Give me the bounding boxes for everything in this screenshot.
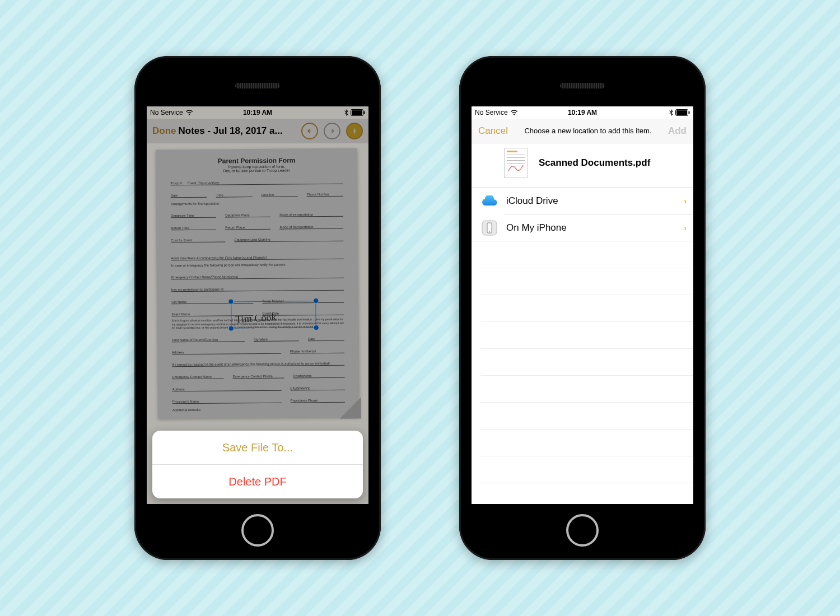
file-picker-nav: Cancel Choose a new location to add this… — [472, 119, 693, 143]
form-subtitle-2: Return bottom portion to Troop Leader — [170, 168, 343, 174]
action-sheet: Save File To... Delete PDF — [152, 431, 363, 498]
filename-label: Scanned Documents.pdf — [539, 157, 650, 169]
battery-icon — [675, 109, 690, 116]
page-fold-corner — [340, 397, 361, 418]
list-row-empty — [480, 268, 693, 295]
file-header-row: Scanned Documents.pdf — [472, 143, 693, 188]
list-row-empty — [480, 456, 693, 483]
home-button[interactable] — [241, 514, 274, 547]
delete-pdf-button[interactable]: Delete PDF — [152, 465, 363, 498]
picker-instruction: Choose a new location to add this item. — [508, 127, 668, 135]
phone-mockup-left: No Service 10:19 AM Done Notes - Jul 18,… — [134, 56, 381, 560]
list-row-empty — [480, 295, 693, 322]
undo-icon[interactable] — [301, 123, 318, 139]
bluetooth-icon — [344, 109, 348, 116]
iphone-icon — [480, 219, 498, 237]
chevron-right-icon: › — [684, 223, 687, 232]
save-file-to-button[interactable]: Save File To... — [152, 431, 363, 464]
list-row-empty — [480, 241, 693, 268]
status-time: 10:19 AM — [243, 109, 272, 116]
phone-speaker — [235, 83, 280, 88]
document-thumbnail-icon — [504, 148, 528, 178]
list-row-empty — [480, 430, 693, 456]
selection-rect[interactable] — [231, 301, 316, 328]
svg-rect-1 — [352, 110, 362, 115]
icloud-icon — [480, 192, 498, 210]
wifi-icon — [185, 110, 193, 115]
phone-speaker — [560, 83, 605, 88]
location-icloud-drive[interactable]: iCloud Drive › — [472, 188, 693, 214]
selection-handle-tl[interactable] — [228, 299, 233, 304]
location-on-my-iphone[interactable]: On My iPhone › — [472, 214, 693, 241]
wifi-icon — [510, 110, 518, 115]
svg-point-8 — [489, 231, 490, 232]
selection-handle-br[interactable] — [314, 325, 319, 330]
done-button[interactable]: Done — [152, 125, 176, 137]
selection-handle-bl[interactable] — [229, 326, 234, 330]
document-title: Notes - Jul 18, 2017 a... — [179, 125, 283, 137]
status-time: 10:19 AM — [568, 109, 597, 116]
markup-pen-icon[interactable] — [346, 123, 363, 139]
status-bar: No Service 10:19 AM — [147, 106, 368, 119]
home-button[interactable] — [566, 514, 599, 547]
battery-icon — [351, 109, 365, 116]
scanned-document-page: Parent Permission Form Parents keep top … — [156, 148, 360, 418]
carrier-label: No Service — [150, 109, 183, 116]
screen-left: No Service 10:19 AM Done Notes - Jul 18,… — [147, 106, 368, 504]
screen-right: No Service 10:19 AM Cancel Choose a new … — [472, 106, 693, 504]
svg-rect-2 — [364, 111, 365, 114]
phone-mockup-right: No Service 10:19 AM Cancel Choose a new … — [459, 56, 706, 560]
redo-icon[interactable] — [324, 123, 340, 139]
chevron-right-icon: › — [684, 197, 687, 206]
list-row-empty — [480, 376, 693, 403]
location-label: iCloud Drive — [506, 195, 676, 207]
list-row-empty — [480, 349, 693, 376]
list-row-empty — [480, 322, 693, 349]
file-picker-body: Scanned Documents.pdf iCloud Drive › On … — [472, 143, 693, 504]
svg-rect-5 — [689, 111, 690, 114]
list-row-empty — [480, 403, 693, 430]
location-label: On My iPhone — [506, 222, 676, 234]
add-button-disabled: Add — [668, 125, 687, 137]
selection-handle-tr[interactable] — [314, 298, 318, 303]
markup-nav-bar: Done Notes - Jul 18, 2017 a... — [147, 119, 368, 143]
status-bar: No Service 10:19 AM — [472, 106, 693, 119]
carrier-label: No Service — [475, 109, 508, 116]
cancel-button[interactable]: Cancel — [478, 125, 508, 137]
svg-rect-4 — [676, 110, 687, 115]
bluetooth-icon — [669, 109, 673, 116]
